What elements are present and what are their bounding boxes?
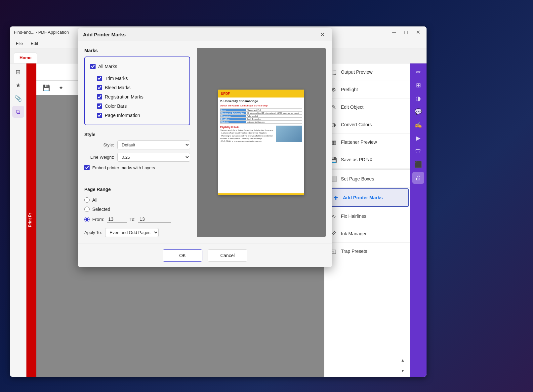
line-weight-select[interactable]: 0.25 0.50 0.75 1.00 (117, 153, 190, 162)
dialog-pdf-preview: UPDF 2. University of Cambridge About th… (197, 48, 326, 237)
mark-button[interactable]: ✦ (55, 82, 67, 94)
all-pages-label: All (92, 197, 98, 203)
embed-checkbox[interactable] (84, 165, 90, 170)
pdf-logo: UPDF (221, 92, 230, 96)
pdf-heading: 2. University of Cambridge (220, 99, 302, 103)
menu-edit[interactable]: Edit (27, 40, 41, 47)
right-panel-ink-manager[interactable]: 🖊 Ink Manager (324, 225, 410, 243)
apply-to-select[interactable]: Even and Odd Pages Even Pages Only Odd P… (105, 228, 159, 237)
embed-row: Embed printer marks with Layers (84, 165, 190, 170)
maximize-button[interactable]: □ (401, 28, 411, 37)
style-section-title: Style (84, 132, 190, 137)
dialog: Add Printer Marks ✕ Marks All Marks Trim… (78, 28, 332, 267)
trim-marks-checkbox[interactable] (97, 76, 102, 81)
right-panel-flattener[interactable]: ▦ Flattener Preview (324, 134, 410, 151)
right-panel-convert-colors[interactable]: ◑ Convert Colors (324, 116, 410, 134)
strip-video-icon[interactable]: ▶ (412, 132, 424, 144)
tab-home[interactable]: Home (14, 52, 37, 63)
selected-pages-label: Selected (92, 207, 110, 212)
scroll-down-button[interactable]: ▼ (398, 366, 407, 375)
strip-shield-icon[interactable]: 🛡 (412, 145, 424, 157)
right-panel-edit-object[interactable]: ✎ Edit Object (324, 98, 410, 116)
style-section: Style Style: Default InDesign QuarkXPres… (84, 132, 190, 170)
right-panel-set-page-boxes[interactable]: ⬜ Set Page Boxes (324, 170, 410, 188)
registration-marks-label: Registration Marks (105, 94, 144, 99)
sidebar-icon-pages[interactable]: ⊞ (12, 66, 24, 78)
style-label: Style: (84, 142, 114, 147)
print-pr-label: Print Pr (26, 210, 36, 230)
strip-edit-icon[interactable]: ✏ (412, 66, 424, 78)
registration-marks-checkbox[interactable] (97, 94, 102, 99)
save-button[interactable]: 💾 (40, 82, 52, 94)
right-panel-save-pdfx[interactable]: 💾 Save as PDF/X (324, 151, 410, 169)
pdf-preview: UPDF 2. University of Cambridge About th… (218, 90, 304, 195)
all-marks-row: All Marks (90, 62, 184, 71)
bleed-marks-checkbox[interactable] (97, 85, 102, 90)
to-input[interactable] (138, 216, 171, 223)
from-input[interactable] (107, 216, 127, 223)
strip-print-icon[interactable]: 🖨 (412, 172, 424, 184)
cancel-button[interactable]: Cancel (208, 249, 247, 262)
titlebar-buttons: ─ □ ✕ (390, 28, 423, 37)
preflight-label: Preflight (341, 87, 358, 92)
strip-sign-icon[interactable]: ✍ (412, 119, 424, 131)
dialog-close-button[interactable]: ✕ (318, 30, 327, 39)
strip-comment-icon[interactable]: 💬 (412, 106, 424, 118)
fix-hairlines-label: Fix Hairlines (341, 214, 366, 219)
mark-icon: ✦ (59, 84, 63, 92)
selected-pages-row: Selected (84, 205, 190, 214)
add-printer-marks-label: Add Printer Marks (343, 195, 383, 200)
right-panel-output-preview[interactable]: ⬚ Output Preview (324, 63, 410, 81)
trim-marks-row: Trim Marks (90, 74, 184, 83)
color-bars-label: Color Bars (105, 103, 127, 109)
color-bars-checkbox[interactable] (97, 103, 102, 109)
app-close-button[interactable]: ✕ (413, 28, 423, 37)
scroll-up-button[interactable]: ▲ (398, 356, 407, 365)
from-label: From: (92, 217, 104, 222)
bleed-marks-row: Bleed Marks (90, 83, 184, 92)
strip-color-icon[interactable]: ◑ (412, 93, 424, 104)
menu-file[interactable]: File (13, 40, 26, 47)
pdf-content: 2. University of Cambridge About the Gat… (218, 98, 304, 146)
strip-table-icon[interactable]: ⊞ (412, 79, 424, 91)
dialog-title: Add Printer Marks (83, 32, 318, 37)
sidebar-icon-attachments[interactable]: 📎 (12, 93, 24, 104)
output-preview-label: Output Preview (341, 69, 373, 75)
sidebar-icon-layers[interactable]: ⧉ (12, 106, 24, 118)
sidebar-icon-bookmarks[interactable]: ★ (12, 79, 24, 91)
trap-presets-label: Trap Presets (341, 249, 367, 254)
marks-box: All Marks Trim Marks Bleed Marks Registr… (84, 57, 190, 125)
minimize-button[interactable]: ─ (390, 28, 399, 37)
add-printer-marks-icon: ✚ (332, 194, 340, 202)
all-marks-label: All Marks (98, 64, 117, 69)
strip-compress-icon[interactable]: ⬛ (412, 159, 424, 171)
right-panel-trap-presets[interactable]: ◱ Trap Presets (324, 243, 410, 260)
pdf-header-bar: UPDF (218, 90, 304, 98)
registration-marks-row: Registration Marks (90, 92, 184, 101)
convert-colors-label: Convert Colors (341, 122, 372, 127)
pdf-bottom-bar (218, 193, 304, 195)
right-panel-preflight[interactable]: ⚙ Preflight (324, 81, 410, 98)
dialog-footer: OK Cancel (78, 244, 332, 267)
set-page-boxes-label: Set Page Boxes (341, 176, 374, 181)
save-pdfx-label: Save as PDF/X (341, 157, 373, 162)
page-info-checkbox[interactable] (97, 113, 102, 118)
style-select[interactable]: Default InDesign QuarkXPress (117, 140, 190, 149)
right-panel: ⬚ Output Preview ⚙ Preflight ✎ Edit Obje… (324, 63, 410, 377)
all-marks-checkbox[interactable] (90, 64, 96, 69)
line-weight-row: Line Weight: 0.25 0.50 0.75 1.00 (84, 153, 190, 162)
right-panel-fix-hairlines[interactable]: ∿ Fix Hairlines (324, 208, 410, 225)
edit-object-label: Edit Object (341, 104, 363, 110)
line-weight-label: Line Weight: (84, 155, 114, 160)
ok-button[interactable]: OK (163, 249, 202, 262)
selected-pages-radio[interactable] (84, 207, 90, 212)
pdf-body: Eligibility Criteria You can apply for a… (220, 126, 302, 144)
embed-label: Embed printer marks with Layers (92, 165, 155, 170)
from-radio[interactable] (84, 217, 90, 222)
page-range-section: Page Range All Selected From: To: (84, 187, 190, 237)
right-panel-add-printer-marks[interactable]: ✚ Add Printer Marks (326, 188, 409, 207)
bleed-marks-label: Bleed Marks (105, 85, 131, 90)
all-pages-radio[interactable] (84, 197, 90, 203)
style-row: Style: Default InDesign QuarkXPress (84, 140, 190, 149)
far-right-strip: ✏ ⊞ ◑ 💬 ✍ ▶ 🛡 ⬛ 🖨 (410, 63, 427, 377)
